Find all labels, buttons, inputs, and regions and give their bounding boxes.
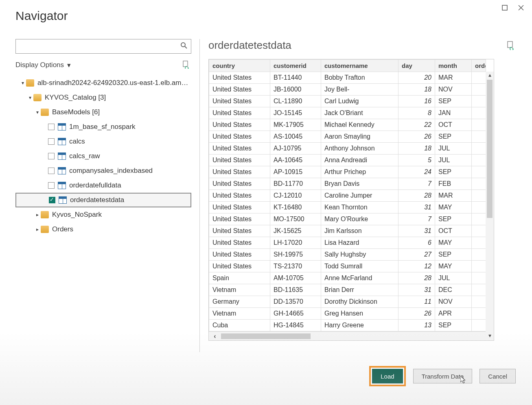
table-row[interactable]: United StatesMO-17500Mary O'Rourke7SEP — [209, 213, 486, 225]
tree-table-item[interactable]: 1m_base_sf_nospark — [15, 120, 191, 134]
table-row[interactable]: United StatesJB-16000Joy Bell-18NOV — [209, 84, 486, 96]
table-row[interactable]: United StatesAP-10915Arthur Prichep24SEP — [209, 166, 486, 178]
tree-root[interactable]: ▾ alb-srinadh20242-624920320.us-east-1.e… — [15, 76, 191, 90]
cell-month: JUL — [435, 272, 472, 284]
search-input[interactable] — [16, 39, 175, 53]
table-row[interactable]: SpainAM-10705Anne McFarland28JUL — [209, 272, 486, 284]
horizontal-scrollbar[interactable]: ‹ › — [209, 331, 494, 340]
table-row[interactable]: United StatesTS-21370Todd Sumrall12MAY — [209, 261, 486, 272]
table-row[interactable]: United StatesAS-10045Aaron Smayling26SEP — [209, 131, 486, 143]
tree-table-item[interactable]: calcs — [15, 134, 191, 149]
table-row[interactable]: United StatesMK-17905Michael Kennedy22OC… — [209, 119, 486, 131]
col-header-customerid[interactable]: customerid — [270, 60, 321, 72]
table-row[interactable]: CubaHG-14845Harry Greene13SEP — [209, 320, 486, 331]
tree-folder-item[interactable]: ▸Orders — [15, 222, 191, 237]
chevron-down-icon: ▾ — [67, 61, 71, 70]
cell-order — [472, 284, 486, 296]
cell-country: United States — [209, 202, 270, 213]
refresh-tree-icon[interactable] — [182, 61, 191, 70]
col-header-month[interactable]: month — [435, 60, 472, 72]
cell-customername: Jack O'Briant — [321, 107, 398, 119]
col-header-order[interactable]: order — [472, 60, 486, 72]
cell-customername: Mary O'Rourke — [321, 213, 398, 225]
refresh-preview-icon[interactable] — [507, 41, 516, 50]
scroll-up-icon[interactable]: ▴ — [488, 72, 491, 80]
cancel-button[interactable]: Cancel — [479, 369, 516, 383]
tree-table-item[interactable]: calcs_raw — [15, 149, 191, 163]
table-row[interactable]: United StatesBT-11440Bobby Trafton20MAR — [209, 72, 486, 84]
cell-customerid: BD-11635 — [270, 284, 321, 296]
table-row[interactable]: United StatesKT-16480Kean Thornton31MAY — [209, 202, 486, 213]
tree-catalog[interactable]: ▾ KYVOS_Catalog [3] — [15, 90, 191, 105]
tree-table-item[interactable]: orderdatetestdata — [15, 193, 191, 207]
load-button[interactable]: Load — [372, 369, 403, 383]
svg-point-3 — [181, 43, 185, 47]
table-row[interactable]: United StatesBD-11770Bryan Davis7FEB — [209, 178, 486, 190]
tree-folder-item[interactable]: ▸Kyvos_NoSpark — [15, 207, 191, 222]
scroll-down-icon[interactable]: ▾ — [488, 332, 491, 340]
checkbox[interactable] — [48, 153, 55, 159]
navigator-tree: ▾ alb-srinadh20242-624920320.us-east-1.e… — [15, 76, 191, 237]
col-header-day[interactable]: day — [398, 60, 435, 72]
cell-customername: Harry Greene — [321, 320, 398, 331]
table-row[interactable]: United StatesLH-17020Lisa Hazard6MAY — [209, 237, 486, 249]
folder-icon — [26, 79, 34, 87]
checkbox[interactable] — [48, 168, 55, 174]
search-icon[interactable] — [180, 42, 188, 51]
cell-country: United States — [209, 131, 270, 143]
transform-data-button[interactable]: Transform Data — [413, 369, 473, 383]
table-row[interactable]: United StatesJK-15625Jim Karlsson31OCT — [209, 225, 486, 237]
cell-day: 11 — [398, 296, 435, 308]
table-row[interactable]: VietnamGH-14665Greg Hansen26APR — [209, 308, 486, 320]
tree-table-item[interactable]: orderdatefulldata — [15, 178, 191, 193]
cell-customername: Dorothy Dickinson — [321, 296, 398, 308]
cell-day: 18 — [398, 143, 435, 155]
cell-month: SEP — [435, 213, 472, 225]
tree-basemodels[interactable]: ▾ BaseModels [6] — [15, 105, 191, 120]
caret-right-icon: ▸ — [34, 226, 41, 232]
hscroll-thumb[interactable] — [221, 333, 311, 339]
table-row[interactable]: United StatesAA-10645Anna Andreadi5JUL — [209, 155, 486, 166]
maximize-button[interactable] — [500, 3, 509, 12]
display-options-dropdown[interactable]: Display Options ▾ — [15, 61, 71, 70]
cell-day: 31 — [398, 284, 435, 296]
table-row[interactable]: United StatesAJ-10795Anthony Johnson18JU… — [209, 143, 486, 155]
tree-table-item[interactable]: companysales_indexbased — [15, 163, 191, 178]
table-row[interactable]: GermanyDD-13570Dorothy Dickinson11NOV — [209, 296, 486, 308]
cell-month: OCT — [435, 225, 472, 237]
tree-basemodels-count: [6] — [92, 108, 100, 116]
table-row[interactable]: United StatesSH-19975Sally Hughsby27SEP — [209, 249, 486, 261]
cell-month: JUL — [435, 143, 472, 155]
svg-line-4 — [185, 46, 187, 48]
table-row[interactable]: United StatesJO-15145Jack O'Briant8JAN — [209, 107, 486, 119]
col-header-customername[interactable]: customername — [321, 60, 398, 72]
tree-basemodels-label: BaseModels — [52, 108, 90, 116]
checkbox[interactable] — [48, 138, 55, 145]
cell-day: 24 — [398, 166, 435, 178]
caret-right-icon: ▸ — [34, 212, 41, 218]
table-row[interactable]: United StatesCL-11890Carl Ludwig16SEP — [209, 96, 486, 107]
scroll-left-icon[interactable]: ‹ — [209, 333, 221, 340]
cell-day: 16 — [398, 96, 435, 107]
cell-day: 26 — [398, 131, 435, 143]
cell-customerid: MK-17905 — [270, 119, 321, 131]
col-header-country[interactable]: country — [209, 60, 270, 72]
table-row[interactable]: United StatesCJ-12010Caroline Jumper28MA… — [209, 190, 486, 202]
close-button[interactable] — [517, 3, 525, 12]
table-row[interactable]: VietnamBD-11635Brian Derr31DEC — [209, 284, 486, 296]
cell-customerid: JO-15145 — [270, 107, 321, 119]
cell-customername: Brian Derr — [321, 284, 398, 296]
vertical-scrollbar[interactable]: ▴ ▾ — [486, 72, 494, 340]
vscroll-thumb[interactable] — [487, 80, 493, 218]
tree-root-label: alb-srinadh20242-624920320.us-east-1.elb… — [37, 79, 188, 87]
svg-rect-7 — [508, 41, 512, 48]
cell-order — [472, 131, 486, 143]
search-box[interactable] — [15, 39, 191, 54]
cell-day: 31 — [398, 202, 435, 213]
caret-down-icon: ▾ — [20, 80, 26, 86]
cell-order — [472, 155, 486, 166]
checkbox[interactable] — [49, 197, 55, 203]
checkbox[interactable] — [48, 124, 55, 130]
checkbox[interactable] — [48, 182, 55, 189]
cell-month: JAN — [435, 107, 472, 119]
